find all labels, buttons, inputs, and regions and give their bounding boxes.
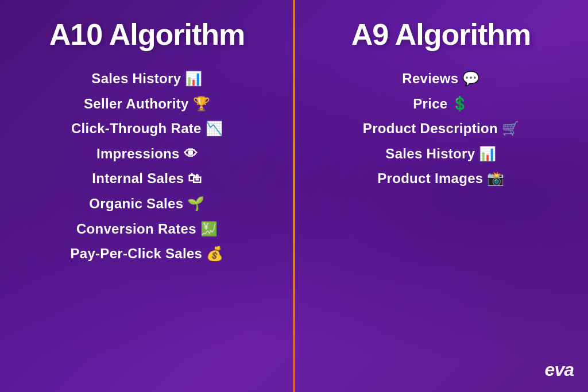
item-emoji: 💹	[200, 221, 218, 236]
item-text: Internal Sales	[92, 170, 188, 186]
item-text: Product Images	[377, 170, 487, 186]
list-item: Sales History 📊	[385, 144, 496, 164]
list-item: Pay-Per-Click Sales 💰	[70, 244, 223, 263]
main-container: A10 Algorithm Sales History 📊 Seller Aut…	[0, 0, 588, 392]
list-item: Price 💲	[413, 94, 469, 114]
list-item: Organic Sales 🌱	[89, 194, 204, 214]
left-panel: A10 Algorithm Sales History 📊 Seller Aut…	[0, 0, 294, 392]
list-item: Sales History 📊	[91, 69, 202, 88]
item-emoji: 🛒	[502, 121, 519, 136]
item-emoji: 💰	[206, 246, 223, 261]
item-text: Seller Authority	[84, 96, 193, 111]
right-panel: A9 Algorithm Reviews 💬 Price 💲 Product D…	[294, 0, 588, 392]
list-item: Impressions 👁	[96, 144, 198, 164]
item-emoji: 💲	[451, 96, 469, 111]
item-emoji: 📊	[479, 146, 496, 161]
item-text: Pay-Per-Click Sales	[70, 246, 206, 261]
list-item: Click-Through Rate 📉	[71, 119, 223, 138]
item-text: Sales History	[91, 71, 185, 86]
list-item: Reviews 💬	[402, 69, 479, 88]
panel-divider	[293, 0, 295, 392]
list-item: Product Images 📸	[377, 169, 505, 188]
left-panel-title: A10 Algorithm	[49, 17, 245, 52]
item-emoji: 👁	[184, 146, 198, 161]
list-item: Product Description 🛒	[363, 119, 519, 138]
item-text: Click-Through Rate	[71, 121, 206, 136]
list-item: Conversion Rates 💹	[76, 219, 218, 239]
item-text: Impressions	[96, 146, 184, 161]
item-emoji: 🏆	[193, 96, 210, 111]
item-text: Sales History	[385, 146, 479, 161]
item-emoji: 🛍	[188, 170, 202, 186]
list-item: Internal Sales 🛍	[92, 169, 202, 188]
item-emoji: 📸	[487, 170, 504, 186]
right-items-list: Reviews 💬 Price 💲 Product Description 🛒 …	[305, 69, 577, 188]
logo-text: eva	[545, 359, 574, 380]
item-text: Organic Sales	[89, 196, 187, 211]
item-emoji: 🌱	[187, 196, 204, 211]
list-item: Seller Authority 🏆	[84, 94, 210, 114]
item-emoji: 💬	[462, 71, 479, 86]
item-text: Conversion Rates	[76, 221, 200, 236]
item-text: Price	[413, 96, 451, 111]
item-emoji: 📉	[206, 121, 223, 136]
left-items-list: Sales History 📊 Seller Authority 🏆 Click…	[11, 69, 283, 263]
item-emoji: 📊	[185, 71, 202, 86]
item-text: Reviews	[402, 71, 462, 86]
eva-logo: eva	[545, 359, 574, 381]
item-text: Product Description	[363, 121, 502, 136]
right-panel-title: A9 Algorithm	[351, 17, 531, 52]
